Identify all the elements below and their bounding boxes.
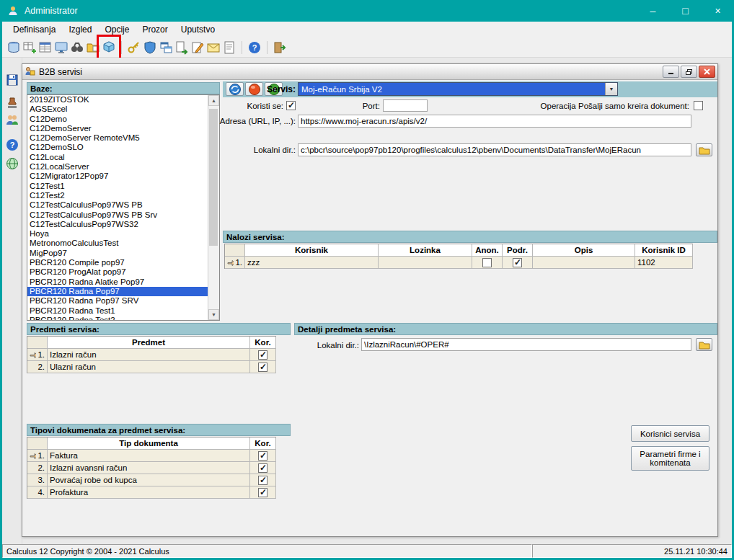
menu-opcije[interactable]: Opcije bbox=[98, 22, 136, 37]
list-item[interactable]: PBCR120 Radna Alatke Pop97 bbox=[27, 277, 208, 287]
shield-icon[interactable] bbox=[142, 39, 158, 56]
kor-checkbox[interactable] bbox=[258, 476, 267, 485]
list-item[interactable]: MetronomoCalculusTest bbox=[27, 239, 208, 248]
chevron-down-icon[interactable]: ▼ bbox=[605, 83, 617, 95]
menu-prozor[interactable]: Prozor bbox=[136, 22, 174, 37]
cell-korisnik-id[interactable]: 1102 bbox=[635, 257, 693, 269]
cell-predmet[interactable]: Izlazni račun bbox=[48, 349, 250, 361]
list-item[interactable]: C12Test1 bbox=[27, 182, 208, 191]
help-icon[interactable]: ? bbox=[247, 39, 262, 56]
korisnici-servisa-button[interactable]: Korisnici servisa bbox=[631, 425, 709, 442]
list-item[interactable]: C12TestCalculusPop97WS PB Srv bbox=[27, 210, 208, 220]
row-selector[interactable]: 1. bbox=[27, 349, 48, 361]
edit-icon[interactable] bbox=[190, 39, 205, 56]
b2b-services-icon[interactable] bbox=[101, 39, 117, 56]
exit-icon[interactable] bbox=[272, 39, 288, 56]
anon-checkbox[interactable] bbox=[482, 258, 492, 267]
cell-korisnik[interactable]: zzz bbox=[245, 257, 379, 269]
operacija-checkbox[interactable] bbox=[694, 101, 703, 110]
windows-cascade-icon[interactable] bbox=[158, 39, 174, 56]
help-icon[interactable]: ? bbox=[4, 137, 20, 153]
database-icon[interactable] bbox=[6, 39, 22, 56]
list-item[interactable]: C12Migrator12Pop97 bbox=[27, 172, 208, 181]
cell-tip-dokumenta[interactable]: Profaktura bbox=[48, 486, 250, 499]
list-item[interactable]: C12LocalServer bbox=[27, 162, 208, 172]
table-add-icon[interactable] bbox=[22, 39, 37, 56]
port-input[interactable] bbox=[383, 99, 428, 112]
cell-predmet[interactable]: Ulazni račun bbox=[48, 361, 250, 373]
kor-checkbox[interactable] bbox=[258, 451, 267, 461]
list-item[interactable]: MigPop97 bbox=[27, 249, 208, 258]
list-item[interactable]: PBCR120 Compile pop97 bbox=[27, 258, 208, 267]
save-icon[interactable] bbox=[4, 72, 20, 88]
users-icon[interactable] bbox=[4, 112, 20, 128]
cell-lozinka[interactable] bbox=[379, 257, 472, 269]
child-title-bar[interactable]: B2B servisi bbox=[22, 64, 717, 80]
kor-checkbox[interactable] bbox=[258, 488, 267, 497]
list-item[interactable]: PBCR120 Radna Pop97 bbox=[27, 287, 208, 296]
list-item[interactable]: 2019ZITOSTOK bbox=[27, 95, 208, 105]
list-item[interactable]: PBCR120 Radna Pop97 SRV bbox=[27, 296, 208, 306]
maximize-button[interactable]: □ bbox=[669, 0, 702, 22]
verify-icon[interactable] bbox=[4, 95, 20, 111]
cell-kor[interactable] bbox=[250, 474, 276, 486]
row-selector[interactable]: 2. bbox=[27, 361, 48, 373]
browse-folder-button[interactable] bbox=[696, 338, 712, 351]
row-selector[interactable]: 3. bbox=[27, 474, 48, 486]
row-selector[interactable]: 1. bbox=[225, 257, 245, 269]
scroll-track[interactable] bbox=[208, 106, 219, 309]
close-button[interactable]: × bbox=[702, 0, 734, 22]
minimize-button[interactable]: – bbox=[637, 0, 669, 22]
podr-checkbox[interactable] bbox=[513, 258, 522, 267]
menu-definisanja[interactable]: Definisanja bbox=[6, 22, 62, 37]
mail-icon[interactable] bbox=[205, 39, 221, 56]
list-item[interactable]: C12TestCalculusPop97WS PB bbox=[27, 200, 208, 210]
cell-tip-dokumenta[interactable]: Faktura bbox=[48, 450, 250, 462]
servis-combobox[interactable]: Moj-eRačun Srbija V2 ▼ bbox=[298, 82, 618, 96]
cell-tip-dokumenta[interactable]: Izlazni avansni račun bbox=[48, 462, 250, 474]
list-item[interactable]: PBCR120 Radna Test2 bbox=[27, 316, 208, 320]
lokalni-dir-input[interactable] bbox=[298, 143, 691, 156]
export-icon[interactable] bbox=[174, 39, 190, 56]
browse-folder-button[interactable] bbox=[696, 143, 712, 156]
row-selector[interactable]: 1. bbox=[27, 450, 48, 462]
cell-kor[interactable] bbox=[250, 450, 276, 462]
row-selector[interactable]: 2. bbox=[27, 462, 48, 474]
detalji-lokalni-dir-input[interactable] bbox=[361, 338, 691, 351]
report-icon[interactable] bbox=[221, 39, 237, 56]
grid-icon[interactable] bbox=[37, 39, 53, 56]
child-restore-button[interactable] bbox=[681, 66, 697, 78]
kor-checkbox[interactable] bbox=[258, 350, 267, 360]
child-close-button[interactable] bbox=[699, 66, 715, 78]
child-minimize-button[interactable] bbox=[663, 66, 679, 78]
list-item[interactable]: C12DemoServer RemoteVM5 bbox=[27, 133, 208, 143]
scroll-up-icon[interactable]: ▲ bbox=[208, 95, 219, 106]
kor-checkbox[interactable] bbox=[258, 463, 267, 473]
cell-kor[interactable] bbox=[250, 486, 276, 499]
baze-scrollbar[interactable]: ▲ ▼ bbox=[208, 95, 219, 320]
list-item[interactable]: C12Test2 bbox=[27, 191, 208, 200]
scroll-down-icon[interactable]: ▼ bbox=[208, 309, 219, 320]
cell-anon[interactable] bbox=[472, 257, 503, 269]
menu-uputstvo[interactable]: Uputstvo bbox=[174, 22, 221, 37]
adresa-input[interactable] bbox=[298, 115, 691, 128]
row-selector[interactable]: 4. bbox=[27, 486, 48, 499]
key-icon[interactable] bbox=[126, 39, 142, 56]
scroll-thumb[interactable] bbox=[209, 109, 218, 246]
cell-tip-dokumenta[interactable]: Povraćaj robe od kupca bbox=[48, 474, 250, 486]
list-item[interactable]: PBCR120 ProgAlat pop97 bbox=[27, 267, 208, 277]
globe-icon[interactable] bbox=[4, 156, 20, 172]
list-item[interactable]: Hoya bbox=[27, 229, 208, 239]
list-item[interactable]: PBCR120 Radna Test1 bbox=[27, 306, 208, 316]
binoculars-icon[interactable] bbox=[69, 39, 85, 56]
folder-document-icon[interactable] bbox=[85, 39, 101, 56]
koristi-se-checkbox[interactable] bbox=[286, 101, 296, 110]
kor-checkbox[interactable] bbox=[258, 363, 267, 372]
cell-podr[interactable] bbox=[503, 257, 533, 269]
cell-kor[interactable] bbox=[250, 462, 276, 474]
cell-opis[interactable] bbox=[533, 257, 635, 269]
menu-izgled[interactable]: Izgled bbox=[62, 22, 98, 37]
monitor-icon[interactable] bbox=[53, 39, 69, 56]
parametri-firme-button[interactable]: Parametri firme i komitenata bbox=[631, 446, 709, 471]
list-item[interactable]: C12TestCalculusPop97WS32 bbox=[27, 220, 208, 229]
